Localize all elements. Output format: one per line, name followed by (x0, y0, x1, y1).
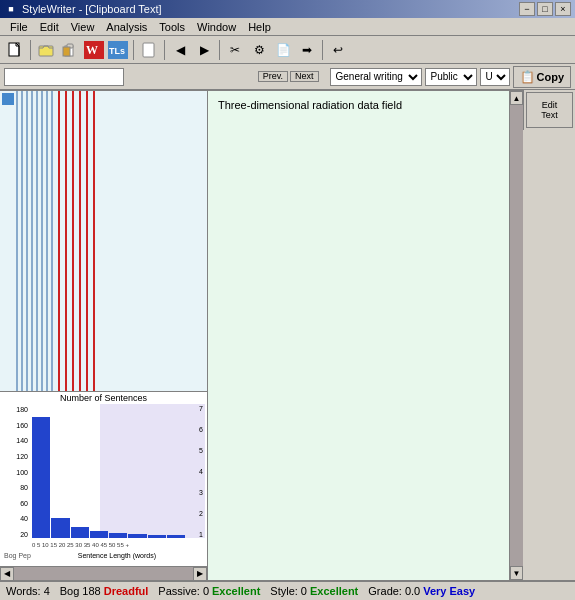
copy-button[interactable]: 📋 Copy (513, 66, 572, 88)
passive-label: Passive: (158, 585, 200, 597)
search-input[interactable] (4, 68, 124, 86)
menu-bar: File Edit View Analysis Tools Window Hel… (0, 18, 575, 36)
scroll-track[interactable] (14, 567, 193, 581)
style-status: Style: 0 Excellent (270, 585, 358, 597)
main-toolbar: W TLs ◀ ▶ ✂ ⚙ 📄 ➡ ↩ (0, 36, 575, 64)
y-label-6: 60 (2, 500, 30, 507)
separator-2 (133, 40, 134, 60)
y-label-7: 40 (2, 515, 30, 522)
bog-value: 188 (82, 585, 100, 597)
scroll-right-arrow[interactable]: ▶ (193, 567, 207, 581)
left-panel: Number of Sentences 180 160 140 120 100 … (0, 90, 208, 580)
bog-status: Bog 188 Dreadful (60, 585, 149, 597)
separator-5 (322, 40, 323, 60)
arrow-left-button[interactable]: ◀ (169, 39, 191, 61)
menu-view[interactable]: View (65, 20, 101, 34)
style-value: 0 (301, 585, 307, 597)
page-button[interactable]: 📄 (272, 39, 294, 61)
paste-button[interactable] (59, 39, 81, 61)
audience-select[interactable]: Public (425, 68, 477, 86)
chart-plot: 7 6 5 4 3 2 1 (30, 404, 205, 552)
copy-label: Copy (537, 71, 565, 83)
svg-rect-6 (63, 47, 70, 56)
writing-style-select[interactable]: General writing (330, 68, 422, 86)
bold-button[interactable] (138, 39, 160, 61)
y-label-2: 140 (2, 437, 30, 444)
grade-rating: Very Easy (423, 585, 475, 597)
menu-tools[interactable]: Tools (153, 20, 191, 34)
style-label: Style: (270, 585, 298, 597)
edit-text-button[interactable]: Edit Text (526, 92, 573, 128)
search-toolbar: Prev. Next General writing Public US 📋 C… (0, 64, 575, 90)
words-value: 4 (44, 585, 50, 597)
locale-select[interactable]: US (480, 68, 510, 86)
y-axis-left: 180 160 140 120 100 80 60 40 20 (2, 404, 30, 552)
separator-4 (219, 40, 220, 60)
scroll-down-arrow[interactable]: ▼ (510, 566, 523, 580)
passive-value: 0 (203, 585, 209, 597)
passive-rating: Excellent (212, 585, 260, 597)
close-button[interactable]: × (555, 2, 571, 16)
grade-label: Grade: (368, 585, 402, 597)
separator-3 (164, 40, 165, 60)
main-area: Edit Text (0, 90, 575, 580)
grade-status: Grade: 0.0 Very Easy (368, 585, 475, 597)
copy-icon: 📋 (520, 70, 535, 84)
y-label-5: 80 (2, 484, 30, 491)
prev-next-container: Prev. Next (258, 71, 319, 82)
chart-top (0, 91, 207, 391)
svg-text:TLs: TLs (109, 46, 125, 56)
svg-rect-11 (143, 43, 154, 57)
style-rating: Excellent (310, 585, 358, 597)
menu-help[interactable]: Help (242, 20, 277, 34)
right-scroll-track[interactable] (510, 105, 523, 566)
scroll-left-arrow[interactable]: ◀ (0, 567, 14, 581)
minimize-button[interactable]: − (519, 2, 535, 16)
y-label-4: 100 (2, 469, 30, 476)
prev-button[interactable]: Prev. (258, 71, 288, 82)
grade-value: 0.0 (405, 585, 420, 597)
status-bar: Words: 4 Bog 188 Dreadful Passive: 0 Exc… (0, 580, 575, 600)
window-controls[interactable]: − □ × (519, 2, 571, 16)
right-scrollbar: ▲ ▼ (509, 91, 523, 580)
words-status: Words: 4 (6, 585, 50, 597)
scissors-button[interactable]: ✂ (224, 39, 246, 61)
title-bar: ■ StyleWriter - [Clipboard Text] − □ × (0, 0, 575, 18)
left-scrollbar: ◀ ▶ (0, 566, 207, 580)
arrow-right-button[interactable]: ▶ (193, 39, 215, 61)
right-toolbar: Edit Text (523, 90, 575, 130)
x-axis-numbers: 0 5 10 15 20 25 30 35 40 45 50 55 + (32, 542, 129, 548)
menu-edit[interactable]: Edit (34, 20, 65, 34)
menu-file[interactable]: File (4, 20, 34, 34)
bog-label: Bog (60, 585, 80, 597)
maximize-button[interactable]: □ (537, 2, 553, 16)
chart-title: Number of Sentences (0, 392, 207, 404)
settings-button[interactable]: ⚙ (248, 39, 270, 61)
y-label-3: 120 (2, 453, 30, 460)
y-label-8: 20 (2, 531, 30, 538)
tls-button[interactable]: TLs (107, 39, 129, 61)
app-icon: ■ (4, 2, 18, 16)
word-button[interactable]: W (83, 39, 105, 61)
y-label-1: 160 (2, 422, 30, 429)
svg-text:W: W (86, 43, 98, 57)
undo-button[interactable]: ↩ (327, 39, 349, 61)
separator-1 (30, 40, 31, 60)
menu-window[interactable]: Window (191, 20, 242, 34)
y-label-0: 180 (2, 406, 30, 413)
scroll-up-arrow[interactable]: ▲ (510, 91, 523, 105)
arrow-button[interactable]: ➡ (296, 39, 318, 61)
chart-inner: 180 160 140 120 100 80 60 40 20 7 (0, 404, 207, 552)
new-button[interactable] (4, 39, 26, 61)
bog-rating: Dreadful (104, 585, 149, 597)
right-text-panel: Three-dimensional radiation data field ▲… (208, 90, 523, 580)
next-button[interactable]: Next (290, 71, 319, 82)
menu-analysis[interactable]: Analysis (100, 20, 153, 34)
bog-pep-label: Bog Pep (4, 552, 31, 559)
passive-status: Passive: 0 Excellent (158, 585, 260, 597)
window-title: StyleWriter - [Clipboard Text] (22, 3, 519, 15)
main-text: Three-dimensional radiation data field (218, 99, 513, 111)
open-button[interactable] (35, 39, 57, 61)
prev-next-row: Prev. Next (258, 71, 319, 82)
words-label: Words: (6, 585, 41, 597)
